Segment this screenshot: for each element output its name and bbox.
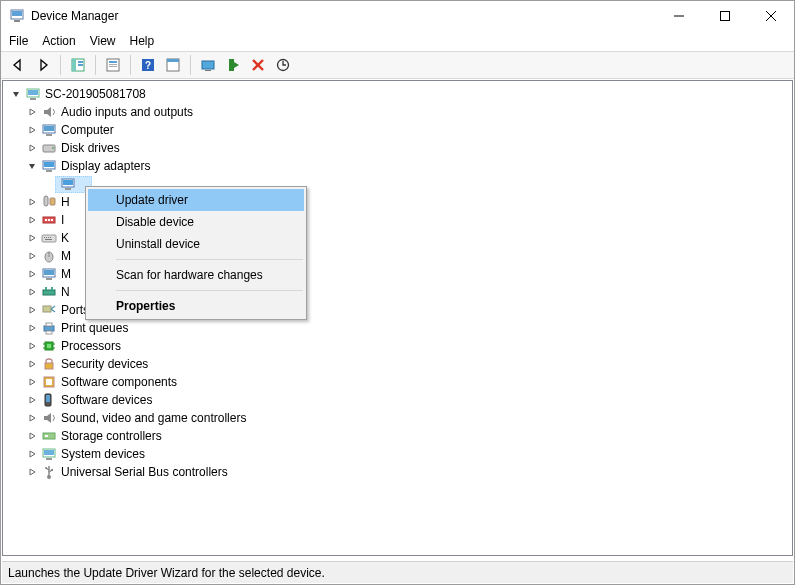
svg-point-32 — [52, 147, 54, 149]
network-icon — [41, 284, 57, 300]
update-driver-button[interactable] — [197, 54, 219, 76]
svg-rect-59 — [43, 306, 51, 312]
svg-rect-44 — [51, 219, 53, 221]
back-button[interactable] — [7, 54, 29, 76]
help-button[interactable]: ? — [137, 54, 159, 76]
svg-text:?: ? — [145, 60, 151, 71]
enable-device-button[interactable] — [222, 54, 244, 76]
svg-rect-1 — [12, 11, 22, 16]
display-icon — [60, 176, 76, 192]
svg-rect-42 — [45, 219, 47, 221]
status-bar: Launches the Update Driver Wizard for th… — [2, 561, 793, 583]
tree-item-display-adapters[interactable]: Display adapters — [9, 157, 792, 175]
caret-down-icon[interactable] — [9, 87, 23, 101]
svg-rect-37 — [63, 180, 73, 185]
context-menu-properties[interactable]: Properties — [88, 295, 304, 317]
tree-item[interactable]: Disk drives — [9, 139, 792, 157]
tree-item[interactable]: Software components — [9, 373, 792, 391]
svg-rect-78 — [46, 458, 52, 460]
svg-rect-74 — [43, 433, 55, 439]
tree-item[interactable]: Processors — [9, 337, 792, 355]
context-menu-label: Properties — [116, 299, 175, 313]
show-hide-tree-button[interactable] — [67, 54, 89, 76]
caret-right-icon[interactable] — [25, 195, 39, 209]
scan-hardware-button[interactable] — [272, 54, 294, 76]
caret-right-icon[interactable] — [25, 141, 39, 155]
caret-right-icon[interactable] — [25, 123, 39, 137]
status-text: Launches the Update Driver Wizard for th… — [8, 566, 325, 580]
svg-rect-21 — [229, 59, 234, 71]
svg-rect-54 — [44, 270, 54, 275]
minimize-button[interactable] — [656, 1, 702, 31]
caret-right-icon[interactable] — [25, 249, 39, 263]
svg-rect-8 — [72, 59, 76, 71]
tree-item[interactable]: Universal Serial Bus controllers — [9, 463, 792, 481]
svg-rect-4 — [721, 12, 730, 21]
context-menu-update-driver[interactable]: Update driver — [88, 189, 304, 211]
caret-down-icon[interactable] — [25, 159, 39, 173]
tree-item[interactable]: Print queues — [9, 319, 792, 337]
caret-right-icon[interactable] — [25, 339, 39, 353]
tree-item[interactable]: System devices — [9, 445, 792, 463]
caret-right-icon[interactable] — [25, 375, 39, 389]
tree-item[interactable]: Audio inputs and outputs — [9, 103, 792, 121]
caret-right-icon[interactable] — [25, 213, 39, 227]
caret-right-icon[interactable] — [25, 393, 39, 407]
tree-item[interactable]: Software devices — [9, 391, 792, 409]
close-button[interactable] — [748, 1, 794, 31]
monitor-icon — [41, 266, 57, 282]
tree-root[interactable]: SC-201905081708 — [9, 85, 792, 103]
uninstall-device-button[interactable] — [247, 54, 269, 76]
svg-rect-20 — [205, 70, 211, 71]
maximize-button[interactable] — [702, 1, 748, 31]
context-menu-uninstall-device[interactable]: Uninstall device — [88, 233, 304, 255]
menu-file[interactable]: File — [9, 34, 28, 48]
ide-icon — [41, 212, 57, 228]
tree-item-label: Print queues — [61, 319, 128, 337]
caret-right-icon[interactable] — [25, 429, 39, 443]
tree-item-label: Audio inputs and outputs — [61, 103, 193, 121]
context-menu-disable-device[interactable]: Disable device — [88, 211, 304, 233]
caret-right-icon[interactable] — [25, 357, 39, 371]
component-icon — [41, 374, 57, 390]
tree-item[interactable]: Sound, video and game controllers — [9, 409, 792, 427]
caret-right-icon[interactable] — [25, 285, 39, 299]
caret-right-icon[interactable] — [25, 303, 39, 317]
svg-rect-58 — [51, 287, 53, 290]
svg-rect-49 — [50, 237, 51, 238]
caret-right-icon[interactable] — [25, 447, 39, 461]
svg-rect-57 — [45, 287, 47, 290]
context-menu: Update driver Disable device Uninstall d… — [85, 186, 307, 320]
properties-button[interactable] — [102, 54, 124, 76]
svg-rect-55 — [46, 278, 52, 280]
tree-item-label: M — [61, 265, 71, 283]
menu-action[interactable]: Action — [42, 34, 75, 48]
caret-right-icon[interactable] — [25, 411, 39, 425]
caret-right-icon[interactable] — [25, 231, 39, 245]
tree-item[interactable]: Security devices — [9, 355, 792, 373]
svg-rect-82 — [51, 469, 53, 471]
usb-icon — [41, 464, 57, 480]
svg-rect-19 — [202, 61, 214, 69]
context-menu-scan-hardware[interactable]: Scan for hardware changes — [88, 264, 304, 286]
forward-button[interactable] — [32, 54, 54, 76]
menu-help[interactable]: Help — [130, 34, 155, 48]
svg-rect-12 — [109, 61, 117, 63]
context-menu-label: Scan for hardware changes — [116, 268, 263, 282]
action-center-button[interactable] — [162, 54, 184, 76]
menu-bar: File Action View Help — [1, 31, 794, 51]
svg-rect-29 — [44, 126, 54, 131]
svg-rect-48 — [48, 237, 49, 238]
caret-right-icon[interactable] — [25, 465, 39, 479]
svg-rect-14 — [109, 66, 117, 67]
speaker-icon — [41, 410, 57, 426]
tree-item[interactable]: Computer — [9, 121, 792, 139]
tree-item-label: Software devices — [61, 391, 152, 409]
title-bar: Device Manager — [1, 1, 794, 31]
menu-view[interactable]: View — [90, 34, 116, 48]
caret-right-icon[interactable] — [25, 267, 39, 281]
tree-item-label: Software components — [61, 373, 177, 391]
caret-right-icon[interactable] — [25, 321, 39, 335]
caret-right-icon[interactable] — [25, 105, 39, 119]
tree-item[interactable]: Storage controllers — [9, 427, 792, 445]
